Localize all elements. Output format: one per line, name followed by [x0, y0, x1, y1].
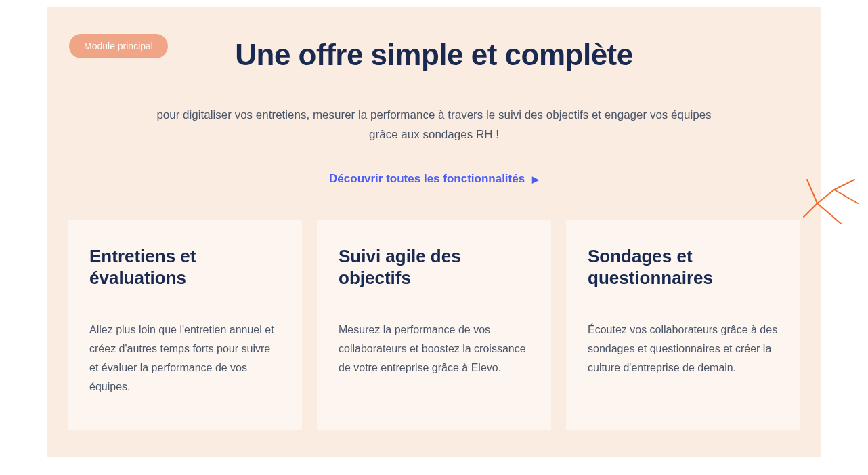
card-entretiens: Entretiens et évaluations Allez plus loi…	[68, 220, 302, 430]
main-container: Module principal Une offre simple et com…	[47, 7, 821, 457]
cta-label: Découvrir toutes les fonctionnalités	[329, 172, 525, 185]
discover-features-link[interactable]: Découvrir toutes les fonctionnalités ▶	[47, 172, 821, 186]
arrow-right-icon: ▶	[532, 174, 539, 184]
card-text: Mesurez la performance de vos collaborat…	[339, 321, 529, 377]
module-badge: Module principal	[69, 34, 168, 58]
card-text: Allez plus loin que l'entretien annuel e…	[89, 321, 280, 396]
feature-cards: Entretiens et évaluations Allez plus loi…	[47, 220, 821, 430]
card-title: Entretiens et évaluations	[89, 245, 280, 289]
card-objectifs: Suivi agile des objectifs Mesurez la per…	[317, 220, 551, 430]
card-title: Suivi agile des objectifs	[339, 245, 529, 289]
card-sondages: Sondages et questionnaires Écoutez vos c…	[566, 220, 800, 430]
section-subtext: pour digitaliser vos entretiens, mesurer…	[116, 106, 752, 145]
card-text: Écoutez vos collaborateurs grâce à des s…	[588, 321, 779, 377]
card-title: Sondages et questionnaires	[588, 245, 779, 289]
